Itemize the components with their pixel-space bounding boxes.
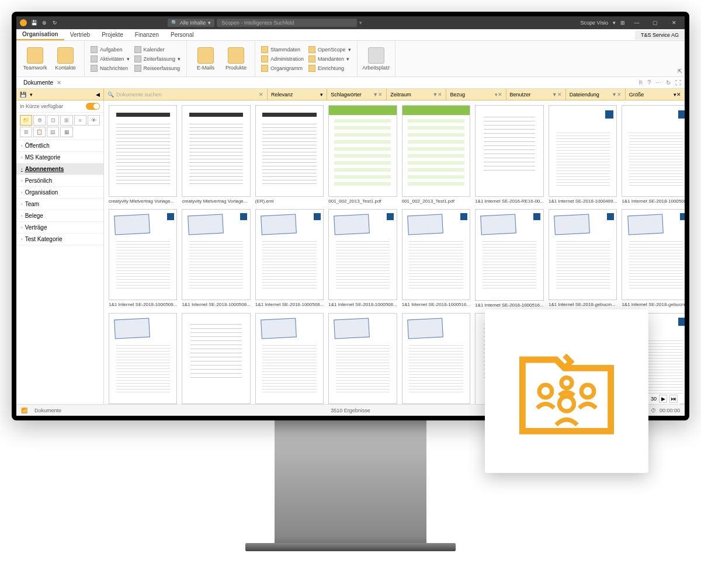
folder-view-icon[interactable]: 📁 [20,115,32,126]
ribbon-aktivitaeten[interactable]: Aktivitäten▾ [89,55,131,63]
document-thumbnail[interactable]: 001_002_2013_Test1.pdf [328,105,397,204]
document-thumbnail[interactable]: 1&1 Internet SE-2018-1000508... [255,209,324,308]
filter-dateiendung[interactable]: Dateiendung▼✕ [566,89,626,100]
document-thumbnail[interactable]: 1&1 Internet SE-2018-1000508... [109,209,177,308]
ribbon-openscope[interactable]: OpenScope▾ [307,46,352,54]
view-icon[interactable]: ≡ [74,115,86,126]
dropdown-icon[interactable]: ▾ [30,92,33,98]
ribbon-arbeitsplatz[interactable]: Arbeitsplatz [362,43,390,74]
tree-item-oeffentlich[interactable]: ›Öffentlich [16,140,103,152]
ribbon-stammdaten[interactable]: Stammdaten [260,46,305,54]
document-thumbnail[interactable]: 1&1 Internet SE-2018-1000516... [475,209,544,308]
ribbon-kalender[interactable]: Kalender [133,46,182,54]
document-thumbnail[interactable] [328,313,397,405]
thumbnail-label: 1&1 Internet SE-2018-1000516... [402,302,470,307]
document-thumbnail[interactable]: 1&1 Internet SE-2018-1000508... [182,209,250,308]
view-icon[interactable]: ⊞ [20,127,32,137]
availability-toggle[interactable] [86,103,100,110]
filter-bezug[interactable]: Bezug▾✕ [446,89,506,100]
menu-tab-vertrieb[interactable]: Vertrieb [64,30,96,40]
tree-item-team[interactable]: ›Team [16,199,103,210]
ribbon-administration[interactable]: Administration [260,55,305,63]
copy-icon[interactable]: ⎘ [639,79,643,86]
close-button[interactable]: ✕ [667,20,681,26]
ribbon-zeiterfassung[interactable]: Zeiterfassung▾ [133,55,182,63]
ribbon-nachrichten[interactable]: Nachrichten [89,64,131,72]
document-thumbnail[interactable]: 1&1 Internet SE-2018-1000516... [402,209,470,308]
last-page-button[interactable]: ⏭ [669,395,678,403]
document-thumbnail[interactable]: creatyvity Mietvertrag Vorlage... [182,105,250,204]
ribbon-einrichtung[interactable]: Einrichtung [307,64,352,72]
view-icon[interactable]: ▤ [47,127,59,137]
document-thumbnail[interactable]: 1&1 Internet SE-2018-gebucm... [622,209,685,308]
chevron-down-icon[interactable]: ▾ [613,20,616,26]
document-thumbnail[interactable]: 1&1 Internet SE-2018-gebucm... [549,209,617,308]
menu-tab-organisation[interactable]: Organisation [16,29,64,40]
refresh-icon[interactable]: ↻ [51,19,58,26]
document-thumbnail[interactable] [255,313,324,405]
refresh-icon[interactable]: ↻ [666,79,671,86]
document-thumbnail[interactable]: 1&1 Internet SE-2018-1000508... [328,209,397,308]
document-thumbnail[interactable] [182,313,250,405]
document-tab[interactable]: Dokumente ✕ [20,78,65,87]
global-search-input[interactable]: Scopen - Intelligentes Suchfeld [217,19,357,27]
document-thumbnail[interactable]: (ER).eml [255,105,324,204]
tree-item-organisation[interactable]: ›Organisation [16,187,103,199]
ribbon-reiseerfassung[interactable]: Reiseerfassung [133,64,182,72]
document-thumbnail[interactable]: 001_002_2013_Test1.pdf [402,105,470,204]
expand-icon[interactable]: ⛶ [675,79,681,86]
document-thumbnail[interactable]: 1&1 Internet SE-2018-1000508... [622,105,685,204]
company-label[interactable]: T&S Service AG [635,30,685,40]
view-icon[interactable]: ⚙ [33,115,46,126]
save-icon[interactable]: 💾 [30,19,37,26]
ribbon-label: Arbeitsplatz [362,65,390,71]
thumbnail-label: 1&1 Internet SE-2018-1000508... [328,302,397,307]
help-icon[interactable]: ? [647,79,651,86]
menu-tab-personal[interactable]: Personal [165,30,199,40]
save-icon[interactable]: 💾 [20,92,26,98]
tree-item-belege[interactable]: ›Belege [16,210,103,222]
filter-zeitraum[interactable]: Zeitraum▼✕ [387,89,446,100]
ribbon-collapse-button[interactable]: ⇱ [675,41,685,76]
add-icon[interactable]: ⊕ [41,19,48,26]
filter-relevanz[interactable]: Relevanz▾ [268,89,327,100]
collapse-icon[interactable]: ◀ [96,92,100,98]
view-icon[interactable]: 👁 [88,115,100,126]
filter-groesse[interactable]: Größe▾✕ [626,89,685,100]
filter-schlagworter[interactable]: Schlagwörter▼✕ [327,89,387,100]
document-thumbnail[interactable]: 1&1 Internet SE-2016-RE16-00... [475,105,544,204]
tree-item-ms-kategorie[interactable]: ›MS Kategorie [16,152,103,163]
ribbon-aufgaben[interactable]: Aufgaben [89,46,131,54]
menu-tab-finanzen[interactable]: Finanzen [129,30,165,40]
more-icon[interactable]: ⋯ [655,79,661,86]
tree-item-abonnements[interactable]: ›Abonnements [16,163,103,175]
ribbon-produkte[interactable]: Produkte [222,43,250,74]
close-icon[interactable]: ✕ [57,79,61,86]
document-thumbnail[interactable]: 1&1 Internet SE-2018-1000489... [549,105,617,204]
tree-item-test-kategorie[interactable]: ›Test Kategorie [16,234,103,245]
ribbon-teamwork[interactable]: Teamwork [21,43,49,74]
tree-item-vertraege[interactable]: ›Verträge [16,222,103,234]
view-icon[interactable]: ⊞ [60,115,72,126]
chevron-down-icon[interactable]: ▾ [359,20,362,26]
next-page-button[interactable]: ▶ [659,395,667,403]
search-scope-dropdown[interactable]: 🔍 Alle Inhalte ▾ [168,19,215,27]
panel-icon[interactable]: ⊞ [620,20,625,26]
document-search[interactable]: 🔍 Dokumente suchen ✕ [104,89,268,100]
clear-icon[interactable]: ✕ [259,92,263,98]
tree-item-persoenlich[interactable]: ›Persönlich [16,175,103,187]
document-thumbnail[interactable]: creatyvity Mietvertrag Vorlage... [109,105,177,204]
view-icon[interactable]: ⊡ [47,115,59,126]
document-thumbnail[interactable] [402,313,470,405]
menu-tab-projekte[interactable]: Projekte [96,30,129,40]
ribbon-emails[interactable]: E-Mails [192,43,220,74]
view-icon[interactable]: ▦ [60,127,72,137]
document-thumbnail[interactable] [109,313,177,405]
maximize-button[interactable]: ▢ [648,20,662,26]
ribbon-mandanten[interactable]: Mandanten▾ [307,55,352,63]
minimize-button[interactable]: — [630,20,644,26]
ribbon-kontakte[interactable]: Kontakte [51,43,79,74]
ribbon-organigramm[interactable]: Organigramm [260,64,305,72]
view-icon[interactable]: 📋 [33,127,46,137]
filter-benutzer[interactable]: Benutzer▼✕ [506,89,566,100]
